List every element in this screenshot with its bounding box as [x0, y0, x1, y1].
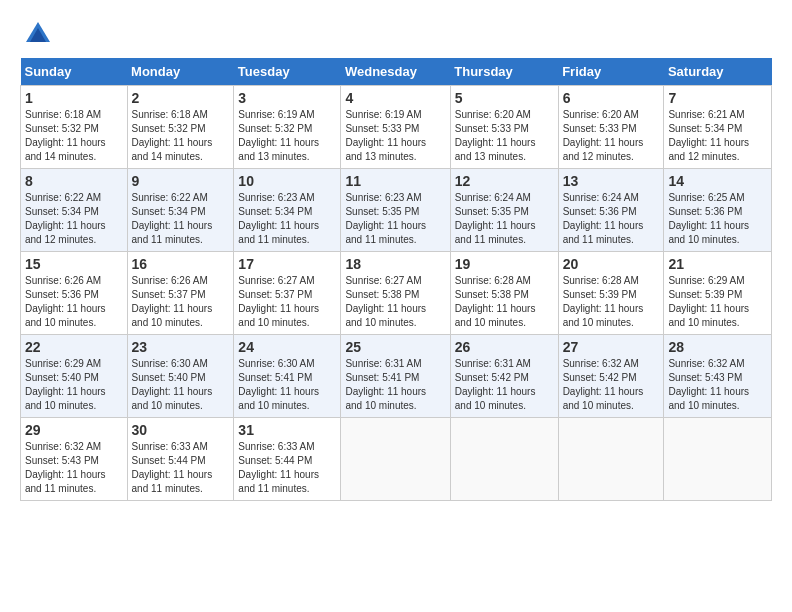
calendar-cell: 2Sunrise: 6:18 AMSunset: 5:32 PMDaylight… [127, 86, 234, 169]
calendar-cell: 19Sunrise: 6:28 AMSunset: 5:38 PMDayligh… [450, 252, 558, 335]
calendar-header-saturday: Saturday [664, 58, 772, 86]
calendar-header-wednesday: Wednesday [341, 58, 450, 86]
day-info: Sunrise: 6:24 AMSunset: 5:35 PMDaylight:… [455, 191, 554, 247]
day-info: Sunrise: 6:30 AMSunset: 5:40 PMDaylight:… [132, 357, 230, 413]
calendar-cell: 11Sunrise: 6:23 AMSunset: 5:35 PMDayligh… [341, 169, 450, 252]
day-info: Sunrise: 6:19 AMSunset: 5:32 PMDaylight:… [238, 108, 336, 164]
day-info: Sunrise: 6:32 AMSunset: 5:43 PMDaylight:… [668, 357, 767, 413]
calendar-cell: 6Sunrise: 6:20 AMSunset: 5:33 PMDaylight… [558, 86, 664, 169]
day-info: Sunrise: 6:19 AMSunset: 5:33 PMDaylight:… [345, 108, 445, 164]
day-info: Sunrise: 6:20 AMSunset: 5:33 PMDaylight:… [455, 108, 554, 164]
calendar-cell: 24Sunrise: 6:30 AMSunset: 5:41 PMDayligh… [234, 335, 341, 418]
day-info: Sunrise: 6:31 AMSunset: 5:42 PMDaylight:… [455, 357, 554, 413]
calendar-cell: 1Sunrise: 6:18 AMSunset: 5:32 PMDaylight… [21, 86, 128, 169]
calendar-cell: 18Sunrise: 6:27 AMSunset: 5:38 PMDayligh… [341, 252, 450, 335]
day-number: 15 [25, 256, 123, 272]
day-info: Sunrise: 6:26 AMSunset: 5:36 PMDaylight:… [25, 274, 123, 330]
day-info: Sunrise: 6:32 AMSunset: 5:43 PMDaylight:… [25, 440, 123, 496]
day-info: Sunrise: 6:28 AMSunset: 5:39 PMDaylight:… [563, 274, 660, 330]
day-info: Sunrise: 6:28 AMSunset: 5:38 PMDaylight:… [455, 274, 554, 330]
calendar-cell: 4Sunrise: 6:19 AMSunset: 5:33 PMDaylight… [341, 86, 450, 169]
day-info: Sunrise: 6:27 AMSunset: 5:37 PMDaylight:… [238, 274, 336, 330]
calendar-cell [664, 418, 772, 501]
day-number: 10 [238, 173, 336, 189]
day-info: Sunrise: 6:23 AMSunset: 5:34 PMDaylight:… [238, 191, 336, 247]
calendar-header-sunday: Sunday [21, 58, 128, 86]
day-info: Sunrise: 6:18 AMSunset: 5:32 PMDaylight:… [132, 108, 230, 164]
calendar-cell: 3Sunrise: 6:19 AMSunset: 5:32 PMDaylight… [234, 86, 341, 169]
calendar-cell: 21Sunrise: 6:29 AMSunset: 5:39 PMDayligh… [664, 252, 772, 335]
calendar-cell: 27Sunrise: 6:32 AMSunset: 5:42 PMDayligh… [558, 335, 664, 418]
day-info: Sunrise: 6:22 AMSunset: 5:34 PMDaylight:… [132, 191, 230, 247]
calendar-cell: 25Sunrise: 6:31 AMSunset: 5:41 PMDayligh… [341, 335, 450, 418]
day-info: Sunrise: 6:18 AMSunset: 5:32 PMDaylight:… [25, 108, 123, 164]
calendar-cell [558, 418, 664, 501]
calendar-cell: 8Sunrise: 6:22 AMSunset: 5:34 PMDaylight… [21, 169, 128, 252]
day-info: Sunrise: 6:22 AMSunset: 5:34 PMDaylight:… [25, 191, 123, 247]
day-number: 5 [455, 90, 554, 106]
calendar-cell [450, 418, 558, 501]
calendar-week-4: 22Sunrise: 6:29 AMSunset: 5:40 PMDayligh… [21, 335, 772, 418]
day-info: Sunrise: 6:30 AMSunset: 5:41 PMDaylight:… [238, 357, 336, 413]
calendar-week-1: 1Sunrise: 6:18 AMSunset: 5:32 PMDaylight… [21, 86, 772, 169]
day-number: 25 [345, 339, 445, 355]
day-number: 4 [345, 90, 445, 106]
day-number: 21 [668, 256, 767, 272]
day-number: 3 [238, 90, 336, 106]
calendar-header-thursday: Thursday [450, 58, 558, 86]
day-number: 1 [25, 90, 123, 106]
day-info: Sunrise: 6:31 AMSunset: 5:41 PMDaylight:… [345, 357, 445, 413]
header-row: SundayMondayTuesdayWednesdayThursdayFrid… [21, 58, 772, 86]
day-info: Sunrise: 6:29 AMSunset: 5:39 PMDaylight:… [668, 274, 767, 330]
calendar-table: SundayMondayTuesdayWednesdayThursdayFrid… [20, 58, 772, 501]
calendar-cell: 30Sunrise: 6:33 AMSunset: 5:44 PMDayligh… [127, 418, 234, 501]
calendar-cell: 9Sunrise: 6:22 AMSunset: 5:34 PMDaylight… [127, 169, 234, 252]
day-info: Sunrise: 6:21 AMSunset: 5:34 PMDaylight:… [668, 108, 767, 164]
day-number: 2 [132, 90, 230, 106]
day-info: Sunrise: 6:26 AMSunset: 5:37 PMDaylight:… [132, 274, 230, 330]
calendar-cell: 22Sunrise: 6:29 AMSunset: 5:40 PMDayligh… [21, 335, 128, 418]
day-number: 30 [132, 422, 230, 438]
calendar-cell: 23Sunrise: 6:30 AMSunset: 5:40 PMDayligh… [127, 335, 234, 418]
calendar-week-3: 15Sunrise: 6:26 AMSunset: 5:36 PMDayligh… [21, 252, 772, 335]
calendar-cell: 7Sunrise: 6:21 AMSunset: 5:34 PMDaylight… [664, 86, 772, 169]
day-number: 22 [25, 339, 123, 355]
day-number: 8 [25, 173, 123, 189]
calendar-cell: 10Sunrise: 6:23 AMSunset: 5:34 PMDayligh… [234, 169, 341, 252]
day-number: 27 [563, 339, 660, 355]
calendar-header-friday: Friday [558, 58, 664, 86]
page-header [20, 20, 772, 48]
calendar-cell: 28Sunrise: 6:32 AMSunset: 5:43 PMDayligh… [664, 335, 772, 418]
day-info: Sunrise: 6:32 AMSunset: 5:42 PMDaylight:… [563, 357, 660, 413]
calendar-cell: 31Sunrise: 6:33 AMSunset: 5:44 PMDayligh… [234, 418, 341, 501]
day-number: 29 [25, 422, 123, 438]
day-info: Sunrise: 6:29 AMSunset: 5:40 PMDaylight:… [25, 357, 123, 413]
day-info: Sunrise: 6:25 AMSunset: 5:36 PMDaylight:… [668, 191, 767, 247]
calendar-cell: 29Sunrise: 6:32 AMSunset: 5:43 PMDayligh… [21, 418, 128, 501]
calendar-week-5: 29Sunrise: 6:32 AMSunset: 5:43 PMDayligh… [21, 418, 772, 501]
day-info: Sunrise: 6:20 AMSunset: 5:33 PMDaylight:… [563, 108, 660, 164]
day-number: 31 [238, 422, 336, 438]
day-number: 18 [345, 256, 445, 272]
day-number: 24 [238, 339, 336, 355]
day-info: Sunrise: 6:23 AMSunset: 5:35 PMDaylight:… [345, 191, 445, 247]
calendar-header-tuesday: Tuesday [234, 58, 341, 86]
day-number: 13 [563, 173, 660, 189]
calendar-cell: 14Sunrise: 6:25 AMSunset: 5:36 PMDayligh… [664, 169, 772, 252]
calendar-cell: 5Sunrise: 6:20 AMSunset: 5:33 PMDaylight… [450, 86, 558, 169]
day-info: Sunrise: 6:33 AMSunset: 5:44 PMDaylight:… [238, 440, 336, 496]
calendar-week-2: 8Sunrise: 6:22 AMSunset: 5:34 PMDaylight… [21, 169, 772, 252]
calendar-cell: 15Sunrise: 6:26 AMSunset: 5:36 PMDayligh… [21, 252, 128, 335]
calendar-cell: 12Sunrise: 6:24 AMSunset: 5:35 PMDayligh… [450, 169, 558, 252]
day-number: 20 [563, 256, 660, 272]
day-number: 7 [668, 90, 767, 106]
day-number: 26 [455, 339, 554, 355]
day-number: 19 [455, 256, 554, 272]
day-number: 14 [668, 173, 767, 189]
day-info: Sunrise: 6:33 AMSunset: 5:44 PMDaylight:… [132, 440, 230, 496]
logo [20, 20, 52, 48]
day-number: 9 [132, 173, 230, 189]
day-number: 12 [455, 173, 554, 189]
logo-icon [24, 20, 52, 48]
calendar-cell: 16Sunrise: 6:26 AMSunset: 5:37 PMDayligh… [127, 252, 234, 335]
